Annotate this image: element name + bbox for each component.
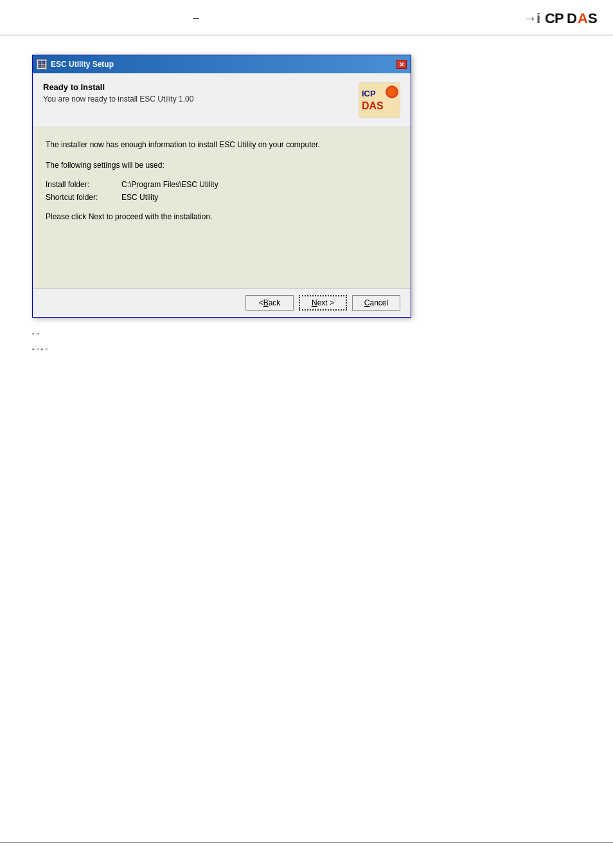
svg-text:ICP: ICP <box>362 89 376 98</box>
svg-rect-5 <box>39 61 41 64</box>
dialog-close-button[interactable]: ✕ <box>396 60 407 69</box>
svg-text:D: D <box>567 10 576 26</box>
dialog-body: The installer now has enough information… <box>33 127 411 288</box>
install-folder-value: C:\Program Files\ESC Utility <box>121 180 218 189</box>
next-button[interactable]: Next > <box>299 295 347 311</box>
main-content: ESC Utility Setup ✕ Ready to Install You… <box>0 35 613 842</box>
dialog-titlebar: ESC Utility Setup ✕ <box>33 55 411 73</box>
svg-text:A: A <box>578 10 588 26</box>
dialog-header-text: Ready to Install You are now ready to in… <box>43 82 359 104</box>
dialog-title: ESC Utility Setup <box>51 60 114 69</box>
dialog-app-icon <box>37 59 47 69</box>
svg-rect-8 <box>42 65 45 68</box>
setup-dialog: ESC Utility Setup ✕ Ready to Install You… <box>32 55 411 318</box>
settings-section: Install folder: C:\Program Files\ESC Uti… <box>46 180 398 202</box>
ready-to-install-title: Ready to Install <box>43 82 359 92</box>
svg-point-14 <box>387 87 396 96</box>
svg-text:S: S <box>588 10 597 26</box>
top-bar: – →i CP D A S <box>0 0 613 35</box>
shortcut-folder-label: Shortcut folder: <box>46 193 116 202</box>
bottom-bar <box>0 842 613 868</box>
note-line2: “ ” “ ” <box>32 346 581 357</box>
body-line1: The installer now has enough information… <box>46 139 398 150</box>
shortcut-folder-value: ESC Utility <box>121 193 158 202</box>
cancel-button[interactable]: Cancel <box>352 295 400 311</box>
body-line2: The following settings will be used: <box>46 159 398 171</box>
svg-rect-6 <box>42 61 45 64</box>
titlebar-left: ESC Utility Setup <box>37 59 114 69</box>
icpdas-logo: →i CP D A S <box>523 6 600 29</box>
dialog-footer: < Back Next > Cancel <box>33 288 411 317</box>
svg-text:→i: →i <box>523 10 540 26</box>
note-line1: “ ” <box>32 330 581 342</box>
install-folder-label: Install folder: <box>46 180 116 189</box>
minimize-icon: – <box>193 11 199 24</box>
svg-text:DAS: DAS <box>362 100 384 111</box>
dialog-header: Ready to Install You are now ready to in… <box>33 73 411 127</box>
dialog-logo: ICP DAS <box>359 82 400 118</box>
ready-to-install-subtitle: You are now ready to install ESC Utility… <box>43 95 359 104</box>
svg-text:CP: CP <box>545 10 564 26</box>
notes-section: “ ” “ ” “ ” <box>32 330 581 357</box>
install-folder-row: Install folder: C:\Program Files\ESC Uti… <box>46 180 398 189</box>
body-line3: Please click Next to proceed with the in… <box>46 211 398 222</box>
back-button[interactable]: < Back <box>245 295 294 311</box>
svg-rect-7 <box>39 65 41 68</box>
shortcut-folder-row: Shortcut folder: ESC Utility <box>46 193 398 202</box>
